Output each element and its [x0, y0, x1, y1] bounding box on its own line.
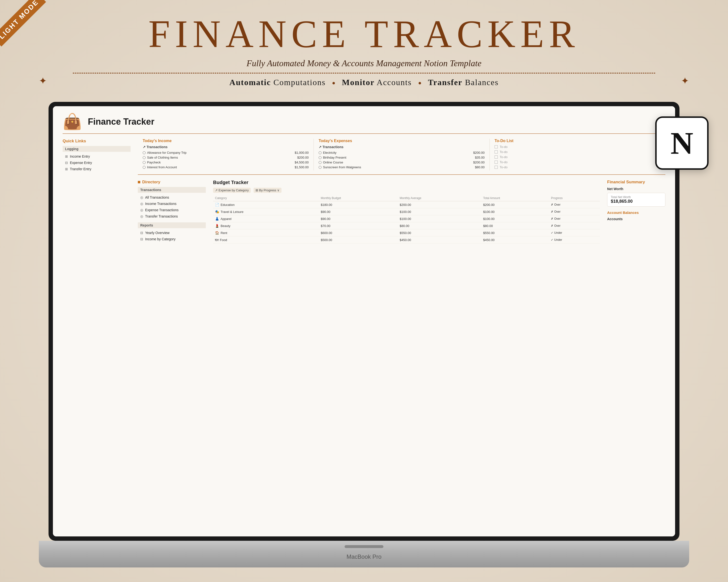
todo-label-0: To-do: [500, 145, 508, 149]
sidebar: Quick Links Logging ⊞ Income Entry ⊟ Exp…: [62, 139, 131, 515]
budget-monthly-0: $180.00: [319, 201, 398, 208]
budget-monthly-5: $500.00: [319, 237, 398, 244]
circle-icon-3: [143, 166, 146, 169]
budget-status-0: ✗ Over: [549, 201, 600, 208]
budget-row-1: 🎭Travel & Leisure $90.00 $100.00 $100.00…: [213, 208, 600, 215]
budget-row-5: 🍽Food $500.00 $450.00 $450.00 ✓ Under: [213, 237, 600, 244]
todo-checkbox-1[interactable]: [495, 150, 498, 154]
today-income-block: Today's Income ↗ Transactions Allowance …: [138, 139, 314, 170]
subtitle: Fully Automated Money & Accounts Managem…: [0, 58, 728, 68]
budget-avg-2: $100.00: [398, 215, 481, 222]
expense-row-3: Sunscreen from Walgreens $80.00: [319, 165, 485, 169]
dir-income-transactions[interactable]: ◎ Income Transactions: [138, 200, 206, 207]
sidebar-item-transfer-entry[interactable]: ⊞ Transfer Entry: [62, 166, 131, 172]
todo-label-2: To-do: [500, 155, 508, 159]
income-cat-label: Income by Category: [145, 237, 176, 241]
by-progress-filter[interactable]: ⊞ By Progress ∨: [254, 188, 282, 193]
budget-status-3: ✗ Over: [549, 222, 600, 229]
accounts-label: Accounts: [607, 217, 666, 221]
todo-label-1: To-do: [500, 150, 508, 154]
todo-label-3: To-do: [500, 160, 508, 164]
tagline-rest-3: Balances: [462, 78, 498, 87]
financial-col: Financial Summary Net Worth Total Net Wo…: [607, 180, 666, 515]
directory-label: Directory: [142, 180, 160, 185]
all-tx-icon: ◎: [140, 195, 143, 199]
macbook-wrap: 👜 Finance Tracker Quick Links Logging ⊞ …: [49, 102, 679, 567]
transactions-group-label: Transactions: [138, 187, 206, 193]
transfer-tx-label: Transfer Transactions: [145, 214, 178, 218]
dir-transfer-transactions[interactable]: ◎ Transfer Transactions: [138, 213, 206, 219]
income-cat-icon: ⊟: [140, 237, 143, 241]
expense-tx-icon: ◎: [140, 208, 143, 212]
macbook-notch: [345, 545, 383, 548]
expense-circle-2: [319, 161, 321, 164]
main-content: Today's Income ↗ Transactions Allowance …: [138, 139, 666, 515]
tagline-rest-2: Accounts: [374, 78, 412, 87]
budget-avg-1: $100.00: [398, 208, 481, 215]
budget-col: Budget Tracker ↗ Expense by Category ⊞ B…: [213, 180, 600, 515]
budget-total-1: $100.00: [481, 208, 549, 215]
expense-circle-3: [319, 166, 321, 169]
yearly-label: Yearly Overview: [145, 231, 170, 235]
page-title: Finance Tracker: [88, 117, 154, 127]
today-expenses-title: Today's Expenses: [319, 139, 485, 143]
bottom-section: Directory Transactions ◎ All Transaction…: [138, 180, 666, 515]
income-row-1: Sale of Clothing Items $200.00: [143, 156, 309, 159]
budget-cat-3: 💄Beauty: [213, 222, 319, 229]
ribbon-text: LIGHT MODE: [0, 0, 46, 47]
income-transactions-link[interactable]: ↗ Transactions: [143, 145, 309, 149]
budget-monthly-2: $90.00: [319, 215, 398, 222]
net-worth-box: Total Net Worth $18,865.00: [607, 193, 666, 206]
todo-checkbox-0[interactable]: [495, 145, 498, 148]
income-row-0: Allowance for Company Trip $1,000.00: [143, 151, 309, 155]
transfer-entry-icon: ⊞: [65, 167, 68, 171]
budget-status-4: ✓ Under: [549, 229, 600, 237]
dir-all-transactions[interactable]: ◎ All Transactions: [138, 194, 206, 200]
budget-total-2: $100.00: [481, 215, 549, 222]
dot-2: [419, 82, 421, 84]
notion-logo: N: [655, 116, 709, 170]
budget-status-1: ✗ Over: [549, 208, 600, 215]
screen-content: 👜 Finance Tracker Quick Links Logging ⊞ …: [53, 106, 675, 536]
financial-title: Financial Summary: [607, 180, 666, 185]
col-total: Total Amount: [481, 195, 549, 201]
budget-total-0: $200.00: [481, 201, 549, 208]
cat-icon-3: 💄: [215, 224, 219, 228]
macbook-label: MacBook Pro: [346, 553, 382, 560]
budget-avg-5: $450.00: [398, 237, 481, 244]
circle-icon-1: [143, 156, 146, 159]
expense-row-0: Electricity $200.00: [319, 151, 485, 155]
macbook-base: MacBook Pro: [39, 541, 689, 567]
header-divider: [62, 133, 666, 134]
dir-expense-transactions[interactable]: ◎ Expense Transactions: [138, 207, 206, 213]
total-net-worth-label: Total Net Worth: [611, 195, 662, 199]
circle-icon-0: [143, 151, 146, 154]
todo-checkbox-2[interactable]: [495, 156, 498, 159]
budget-monthly-1: $90.00: [319, 208, 398, 215]
todo-checkbox-3[interactable]: [495, 161, 498, 164]
macbook-screen: 👜 Finance Tracker Quick Links Logging ⊞ …: [49, 102, 679, 541]
dir-income-by-category[interactable]: ⊟ Income by Category: [138, 236, 206, 242]
expense-amount-3: $80.00: [475, 165, 485, 169]
todo-checkbox-4[interactable]: [495, 166, 498, 169]
expense-by-category-filter[interactable]: ↗ Expense by Category: [213, 188, 251, 193]
budget-header-row: Category Monthly Budget Monthly Average …: [213, 195, 600, 201]
cat-icon-2: 👗: [215, 217, 219, 221]
col-progress: Progress: [549, 195, 600, 201]
budget-total-3: $80.00: [481, 222, 549, 229]
budget-total-5: $450.00: [481, 237, 549, 244]
main-layout: Quick Links Logging ⊞ Income Entry ⊟ Exp…: [62, 139, 666, 515]
budget-status-2: ✗ Over: [549, 215, 600, 222]
sidebar-item-expense-entry[interactable]: ⊟ Expense Entry: [62, 160, 131, 166]
income-amount-2: $4,500.00: [294, 161, 309, 164]
todo-item-1: To-do: [495, 150, 660, 154]
reports-group-label: Reports: [138, 222, 206, 228]
budget-status-5: ✓ Under: [549, 237, 600, 244]
dir-yearly-overview[interactable]: ⊟ Yearly Overview: [138, 230, 206, 236]
expense-name-0: Electricity: [319, 151, 337, 155]
expense-name-1: Birthday Present: [319, 156, 346, 159]
budget-cat-5: 🍽Food: [213, 237, 319, 244]
sidebar-item-income-entry[interactable]: ⊞ Income Entry: [62, 153, 131, 160]
expense-transactions-link[interactable]: ↗ Transactions: [319, 145, 485, 149]
expense-amount-2: $200.00: [473, 161, 485, 164]
